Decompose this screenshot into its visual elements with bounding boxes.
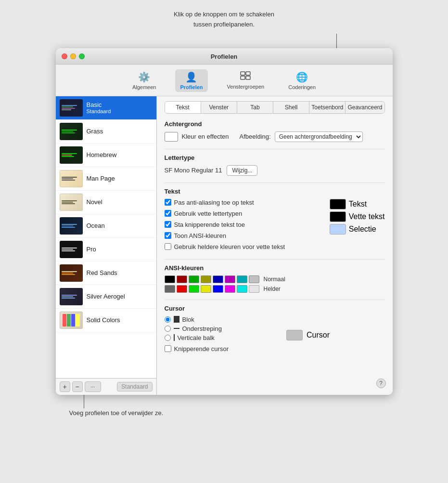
profile-item-homebrew[interactable]: Homebrew xyxy=(56,144,156,167)
add-profile-button[interactable]: + xyxy=(60,381,70,392)
profile-item-grass[interactable]: Grass xyxy=(56,120,156,144)
minus-icon: − xyxy=(75,383,79,391)
profile-name-manpage: Man Page xyxy=(87,175,115,182)
help-button[interactable]: ? xyxy=(376,379,386,388)
minimize-button[interactable] xyxy=(70,53,76,59)
tooltip-line1: Klik op de knoppen om te schakelen xyxy=(174,11,274,18)
ansi-bright-5[interactable] xyxy=(225,285,235,293)
profile-item-ocean[interactable]: Ocean xyxy=(56,214,156,238)
cursor-onderstreping-radio[interactable] xyxy=(165,326,171,332)
brightbold-label: Gebruik heldere kleuren voor vette tekst xyxy=(174,243,285,250)
more-options-button[interactable]: ··· xyxy=(85,381,101,392)
profile-item-redsands[interactable]: Red Sands xyxy=(56,261,156,285)
ansi-title: ANSI-kleuren xyxy=(165,264,385,272)
cursor-blok-preview xyxy=(174,316,179,323)
tab-venster[interactable]: Venster xyxy=(201,102,237,113)
cursor-blok-row: Blok xyxy=(165,316,229,323)
antialias-checkbox[interactable] xyxy=(165,199,171,206)
ansi-bright-6[interactable] xyxy=(237,285,247,293)
selection-color-label: Selectie xyxy=(349,225,376,234)
blink-label: Sta knipperende tekst toe xyxy=(174,221,245,228)
cursor-verticale-radio[interactable] xyxy=(165,335,171,341)
profile-name-solidcolors: Solid Colors xyxy=(87,316,120,324)
profile-item-novel[interactable]: Novel xyxy=(56,191,156,214)
ansi-normal-7[interactable] xyxy=(249,275,259,283)
profile-item-solidcolors[interactable]: Solid Colors xyxy=(56,309,156,332)
selection-color-row: Selectie xyxy=(330,224,385,235)
toolbar-item-algemeen[interactable]: ⚙️ Algemeen xyxy=(128,69,161,92)
ansi-normal-0[interactable] xyxy=(165,275,175,283)
cursor-blok-radio[interactable] xyxy=(165,316,171,323)
image-dropdown[interactable]: Geen achtergrondafbeelding xyxy=(275,131,363,142)
remove-profile-button[interactable]: − xyxy=(72,381,83,392)
profile-thumb-basic xyxy=(60,99,83,117)
antialias-label: Pas anti-aliasing toe op tekst xyxy=(174,199,254,206)
selection-color-box[interactable] xyxy=(330,224,346,235)
color-effects-label: Kleur en effecten xyxy=(182,133,229,140)
close-button[interactable] xyxy=(62,53,67,59)
toolbar-label-profielen: Profielen xyxy=(180,84,203,90)
bold-color-row: Vette tekst xyxy=(330,211,385,222)
cursor-onderstreping-preview xyxy=(174,328,179,329)
bold-color-box[interactable] xyxy=(330,211,346,222)
cursor-onderstreping-label: Onderstreping xyxy=(182,325,222,332)
bold-checkbox[interactable] xyxy=(165,210,171,217)
svg-rect-3 xyxy=(246,76,250,79)
ansi-bright-2[interactable] xyxy=(189,285,199,293)
toolbar-item-venstergroepen[interactable]: Venstergroepen xyxy=(222,69,269,92)
divider-3 xyxy=(165,259,385,260)
profile-item-manpage[interactable]: Man Page xyxy=(56,167,156,191)
tab-tekst[interactable]: Tekst xyxy=(165,102,201,113)
brightbold-checkbox[interactable] xyxy=(165,243,171,250)
background-color-box[interactable] xyxy=(165,132,178,142)
change-font-button[interactable]: Wijzig... xyxy=(227,165,257,176)
background-section: Achtergrond Kleur en effecten Afbeelding… xyxy=(165,120,385,142)
tab-tab[interactable]: Tab xyxy=(237,102,273,113)
profile-text-novel: Novel xyxy=(87,198,102,206)
sidebar: Basic Standaard Grass xyxy=(56,96,157,395)
maximize-button[interactable] xyxy=(79,53,85,59)
font-name-label: SF Mono Regular 11 xyxy=(165,167,222,174)
profile-text-homebrew: Homebrew xyxy=(87,151,117,158)
blink-cursor-checkbox[interactable] xyxy=(165,345,171,352)
ansi-bright-1[interactable] xyxy=(177,285,187,293)
profile-item-pro[interactable]: Pro xyxy=(56,238,156,261)
profile-text-pro: Pro xyxy=(87,246,96,253)
svg-rect-2 xyxy=(241,76,245,79)
ansi-bright-0[interactable] xyxy=(165,285,175,293)
ansi-normal-4[interactable] xyxy=(213,275,223,283)
toolbar-item-coderingen[interactable]: 🌐 Coderingen xyxy=(283,69,320,92)
ansi-bright-row: Helder xyxy=(165,285,385,293)
checkbox-ansi: Toon ANSI-kleuren xyxy=(165,232,285,239)
toolbar-label-algemeen: Algemeen xyxy=(132,84,156,90)
blink-cursor-label: Knipperende cursor xyxy=(174,345,229,352)
text-color-label: Tekst xyxy=(349,200,367,209)
toolbar-label-coderingen: Coderingen xyxy=(288,84,316,90)
tab-shell[interactable]: Shell xyxy=(273,102,309,113)
profile-item-basic[interactable]: Basic Standaard xyxy=(56,96,156,120)
ansi-bright-7[interactable] xyxy=(249,285,259,293)
blink-checkbox[interactable] xyxy=(165,221,171,228)
ansi-normal-2[interactable] xyxy=(189,275,199,283)
tab-geavanceerd[interactable]: Geavanceerd xyxy=(346,102,384,113)
ansi-normal-1[interactable] xyxy=(177,275,187,283)
profile-thumb-homebrew xyxy=(60,146,83,164)
profile-thumb-pro xyxy=(60,241,83,258)
profile-item-silveraerogel[interactable]: Silver Aerogel xyxy=(56,285,156,309)
text-color-box[interactable] xyxy=(330,199,346,209)
cursor-color-box[interactable] xyxy=(286,330,303,340)
ansi-normal-6[interactable] xyxy=(237,275,247,283)
tab-toetsenbord[interactable]: Toetsenbord xyxy=(309,102,346,113)
tab-bar: Tekst Venster Tab Shell Toetsenbord Geav… xyxy=(165,101,385,114)
image-label: Afbeelding: xyxy=(240,133,271,140)
ansi-bright-3[interactable] xyxy=(201,285,211,293)
set-default-button[interactable]: Standaard xyxy=(117,382,152,392)
toolbar-item-profielen[interactable]: 👤 Profielen xyxy=(175,69,207,92)
blink-cursor-row: Knipperende cursor xyxy=(165,345,229,352)
ansi-bright-4[interactable] xyxy=(213,285,223,293)
svg-rect-1 xyxy=(246,72,250,75)
ansi-normal-3[interactable] xyxy=(201,275,211,283)
ansi-checkbox[interactable] xyxy=(165,232,171,239)
ansi-normal-5[interactable] xyxy=(225,275,235,283)
window-groups-icon xyxy=(240,71,251,82)
